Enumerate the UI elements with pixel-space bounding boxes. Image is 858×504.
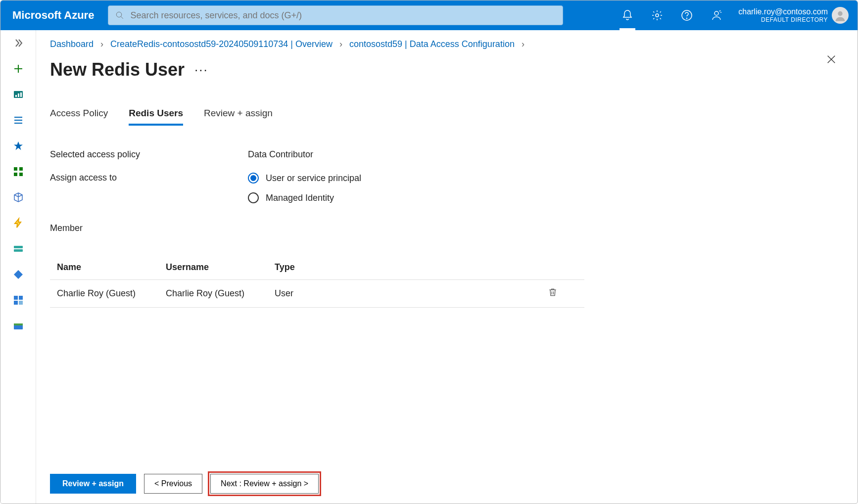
server-icon: [12, 243, 24, 255]
radio-user-or-service-principal[interactable]: User or service principal: [248, 173, 361, 183]
app-services-button[interactable]: [8, 215, 28, 231]
radio-managed-identity[interactable]: Managed Identity: [248, 192, 361, 203]
svg-rect-23: [19, 296, 23, 300]
close-icon: [826, 54, 837, 65]
member-heading: Member: [50, 223, 584, 233]
cell-name: Charlie Roy (Guest): [57, 288, 166, 299]
svg-point-6: [838, 11, 842, 16]
global-search[interactable]: [108, 5, 563, 25]
sql-databases-button[interactable]: [8, 241, 28, 257]
close-button[interactable]: [826, 54, 837, 67]
feedback-icon: [711, 9, 722, 21]
selected-access-policy-value: Data Contributor: [248, 149, 313, 160]
svg-rect-17: [19, 167, 23, 171]
user-email: charlie.roy@contoso.com: [738, 7, 828, 16]
notifications-button[interactable]: [613, 0, 642, 30]
assign-access-to-label: Assign access to: [50, 173, 248, 183]
svg-point-2: [656, 14, 659, 17]
user-icon: [833, 8, 847, 22]
create-resource-button[interactable]: [8, 61, 28, 77]
dashboard-icon: [12, 89, 24, 100]
chevron-right-icon: ›: [522, 39, 524, 49]
resource-groups-button[interactable]: [8, 189, 28, 205]
chevron-right-icon: ›: [339, 39, 342, 49]
page-title: New Redis User: [50, 59, 185, 80]
search-input[interactable]: [130, 10, 556, 21]
breadcrumb-item[interactable]: contosostd59 | Data Access Configuration: [349, 39, 515, 49]
cell-username: Charlie Roy (Guest): [166, 288, 275, 299]
svg-rect-19: [19, 173, 23, 176]
feedback-button[interactable]: [702, 0, 731, 30]
top-toolbar: [613, 0, 731, 30]
svg-rect-21: [14, 249, 23, 252]
help-button[interactable]: [672, 0, 702, 30]
svg-rect-16: [14, 167, 17, 171]
plus-icon: [12, 63, 24, 75]
grid-icon: [12, 166, 24, 178]
svg-rect-12: [20, 92, 22, 97]
lightning-icon: [12, 217, 24, 229]
radio-icon: [248, 192, 259, 203]
account-button[interactable]: charlie.roy@contoso.com DEFAULT DIRECTOR…: [738, 7, 828, 24]
svg-rect-24: [14, 301, 18, 305]
favorites-button[interactable]: [8, 138, 28, 154]
breadcrumb-item[interactable]: CreateRedis-contosostd59-20240509110734 …: [110, 39, 333, 49]
service-dashboard-button[interactable]: [8, 87, 28, 102]
virtual-machines-button[interactable]: [8, 292, 28, 308]
diamond-icon: [12, 269, 24, 280]
svg-rect-27: [14, 323, 23, 325]
vm-grid-icon: [12, 294, 24, 306]
assign-access-radio-group: User or service principal Managed Identi…: [248, 173, 361, 203]
col-name: Name: [57, 262, 166, 273]
radio-label: User or service principal: [266, 173, 361, 183]
svg-line-1: [121, 16, 124, 19]
bell-icon: [621, 9, 633, 21]
azure-ad-button[interactable]: [8, 267, 28, 282]
radio-icon: [248, 173, 259, 183]
avatar[interactable]: [832, 7, 849, 24]
expand-menu-button[interactable]: [8, 35, 28, 51]
radio-label: Managed Identity: [266, 193, 334, 203]
svg-rect-10: [15, 95, 17, 97]
tab-review-assign[interactable]: Review + assign: [204, 108, 273, 126]
wizard-footer: Review + assign < Previous Next : Review…: [50, 474, 319, 494]
svg-rect-25: [19, 301, 23, 305]
previous-button[interactable]: < Previous: [144, 474, 202, 494]
top-bar: Microsoft Azure charlie.roy@contoso.com …: [0, 0, 858, 30]
chevron-right-icon: ›: [100, 39, 103, 49]
table-row: Charlie Roy (Guest) Charlie Roy (Guest) …: [50, 280, 584, 308]
tab-redis-users[interactable]: Redis Users: [129, 108, 183, 126]
svg-point-4: [687, 18, 687, 19]
next-button[interactable]: Next : Review + assign >: [210, 474, 319, 494]
all-services-button[interactable]: [8, 112, 28, 128]
svg-point-0: [117, 12, 122, 17]
all-resources-button[interactable]: [8, 164, 28, 180]
svg-rect-18: [14, 173, 17, 176]
more-actions-button[interactable]: ···: [194, 62, 208, 78]
storage-accounts-button[interactable]: [8, 318, 28, 334]
svg-rect-22: [14, 296, 18, 300]
main-content: Dashboard › CreateRedis-contosostd59-202…: [36, 30, 858, 504]
col-type: Type: [275, 262, 383, 273]
settings-button[interactable]: [642, 0, 672, 30]
delete-member-button[interactable]: [548, 287, 577, 300]
cell-type: User: [275, 288, 383, 299]
svg-rect-11: [18, 93, 19, 97]
review-assign-button[interactable]: Review + assign: [50, 474, 136, 494]
gear-icon: [651, 9, 663, 21]
trash-icon: [548, 287, 558, 298]
brand-logo[interactable]: Microsoft Azure: [12, 9, 94, 22]
breadcrumb-item[interactable]: Dashboard: [50, 39, 94, 49]
user-directory: DEFAULT DIRECTORY: [761, 16, 828, 23]
tab-access-policy[interactable]: Access Policy: [50, 108, 108, 126]
svg-point-5: [715, 11, 718, 15]
selected-access-policy-label: Selected access policy: [50, 149, 248, 160]
breadcrumb: Dashboard › CreateRedis-contosostd59-202…: [50, 39, 844, 49]
search-icon: [115, 11, 124, 20]
chevrons-right-icon: [12, 37, 24, 49]
members-table: Name Username Type Charlie Roy (Guest) C…: [50, 255, 584, 308]
storage-icon: [12, 320, 24, 332]
list-icon: [12, 114, 24, 126]
wizard-tabs: Access Policy Redis Users Review + assig…: [50, 108, 844, 126]
help-icon: [681, 9, 693, 21]
